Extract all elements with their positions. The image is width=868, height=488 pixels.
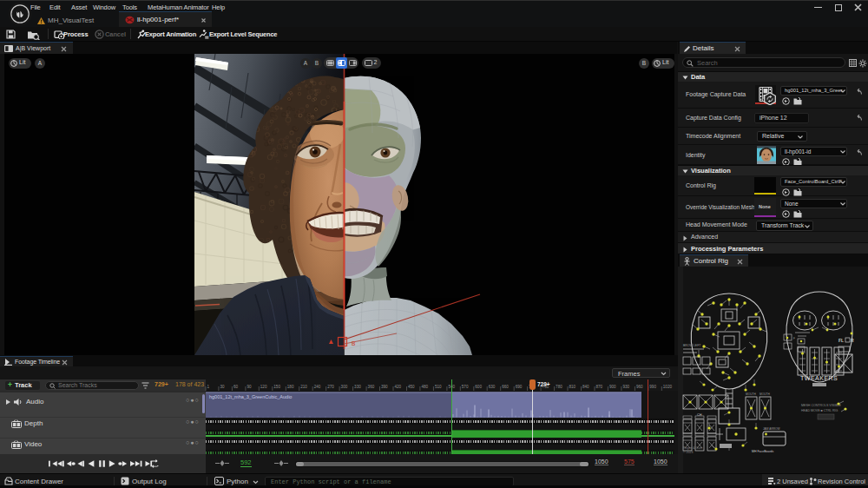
svg-text:CH: CH bbox=[697, 413, 702, 417]
svg-text:FL: FL bbox=[838, 338, 844, 343]
svg-text:MH FaceBoards: MH FaceBoards bbox=[752, 450, 774, 453]
svg-text:TWEAKERS: TWEAKERS bbox=[800, 375, 838, 381]
svg-text:© 2023: © 2023 bbox=[683, 451, 693, 454]
svg-text:MESH CONTROLS VISIBLE: MESH CONTROLS VISIBLE bbox=[801, 404, 842, 407]
svg-text:R: R bbox=[851, 338, 854, 343]
svg-text:MOUTH: MOUTH bbox=[760, 392, 770, 396]
svg-text:JAW ARROW: JAW ARROW bbox=[763, 427, 780, 431]
svg-text:hg001_12t_mha_3_GreenCubic_Aud: hg001_12t_mha_3_GreenCubic_Audio bbox=[209, 394, 292, 399]
svg-text:F: F bbox=[793, 337, 795, 340]
svg-text:MOUTH: MOUTH bbox=[746, 392, 756, 396]
svg-text:HEAD MOVE ■ CTRL RIG: HEAD MOVE ■ CTRL RIG bbox=[801, 409, 838, 412]
svg-text:BROW LEFT: BROW LEFT bbox=[683, 344, 701, 347]
svg-text:B: B bbox=[352, 340, 355, 346]
svg-text:Regen & Gum: Regen & Gum bbox=[683, 446, 702, 450]
